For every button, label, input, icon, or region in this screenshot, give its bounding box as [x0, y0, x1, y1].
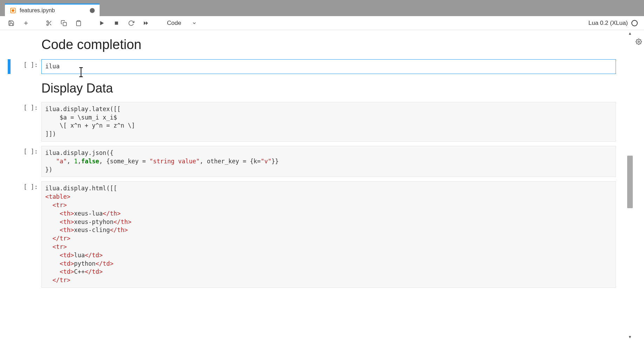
heading-code-completion: Code completion — [41, 37, 626, 52]
notebook-content[interactable]: Code completion [ ]: ilua Display Data [… — [0, 30, 626, 340]
svg-rect-10 — [78, 20, 80, 21]
cell-prompt: [ ]: — [11, 181, 41, 288]
run-button[interactable] — [97, 18, 107, 28]
cell-prompt: [ ]: — [11, 59, 41, 74]
svg-rect-12 — [115, 21, 118, 25]
scroll-up-arrow-icon[interactable]: ▲ — [626, 30, 633, 36]
notebook-toolbar: Code Lua 0.2 (XLua) — [0, 16, 644, 30]
run-all-button[interactable] — [141, 18, 151, 28]
code-cell-0[interactable]: [ ]: ilua — [0, 59, 626, 74]
chevron-down-icon — [192, 21, 197, 26]
copy-button[interactable] — [59, 18, 69, 28]
svg-point-5 — [47, 24, 48, 26]
tab-title: features.ipynb — [20, 7, 55, 14]
scrollbar-thumb[interactable] — [627, 156, 633, 208]
code-cell-2[interactable]: [ ]: ilua.display.json({ "a", 1,false, {… — [0, 146, 626, 177]
cell-type-dropdown[interactable]: Code — [164, 20, 200, 27]
stop-button[interactable] — [112, 18, 121, 28]
heading-display-data: Display Data — [41, 81, 626, 96]
kernel-status-icon[interactable] — [631, 20, 638, 26]
svg-point-1 — [12, 9, 14, 12]
svg-line-7 — [50, 23, 51, 25]
svg-point-4 — [47, 21, 48, 22]
markdown-cell-h1[interactable]: Code completion — [0, 37, 626, 52]
tab-bar: features.ipynb — [0, 4, 644, 16]
kernel-name[interactable]: Lua 0.2 (XLua) — [589, 20, 628, 27]
paste-button[interactable] — [74, 18, 83, 28]
svg-marker-14 — [146, 21, 148, 25]
cut-button[interactable] — [44, 18, 54, 28]
svg-marker-11 — [100, 21, 104, 25]
svg-rect-9 — [63, 22, 67, 26]
gear-icon[interactable] — [636, 39, 642, 46]
code-editor-active[interactable]: ilua — [41, 59, 616, 74]
save-button[interactable] — [6, 18, 16, 28]
tab-features[interactable]: features.ipynb — [5, 4, 100, 16]
cell-prompt: [ ]: — [11, 102, 41, 142]
code-editor[interactable]: ilua.display.json({ "a", 1,false, {some_… — [41, 146, 616, 177]
svg-point-15 — [638, 41, 640, 43]
code-cell-1[interactable]: [ ]: ilua.display.latex([[ $a = \sum_i x… — [0, 102, 626, 142]
cell-prompt: [ ]: — [11, 146, 41, 177]
right-sidebar — [633, 30, 644, 340]
code-cell-3[interactable]: [ ]: ilua.display.html([[ <table> <tr> <… — [0, 181, 626, 288]
svg-line-8 — [48, 22, 49, 23]
markdown-cell-h2[interactable]: Display Data — [0, 81, 626, 96]
code-editor[interactable]: ilua.display.html([[ <table> <tr> <th>xe… — [41, 181, 616, 288]
cell-active-marker — [8, 59, 11, 74]
notebook-icon — [10, 7, 16, 14]
cell-type-label: Code — [167, 20, 181, 27]
insert-cell-button[interactable] — [21, 18, 31, 28]
unsaved-indicator-icon — [90, 8, 95, 13]
restart-button[interactable] — [126, 18, 136, 28]
vertical-scrollbar[interactable]: ▲ ▼ — [626, 30, 633, 340]
code-editor[interactable]: ilua.display.latex([[ $a = \sum_i x_i$ \… — [41, 102, 616, 142]
scroll-down-arrow-icon[interactable]: ▼ — [626, 334, 633, 340]
svg-marker-13 — [144, 21, 146, 25]
